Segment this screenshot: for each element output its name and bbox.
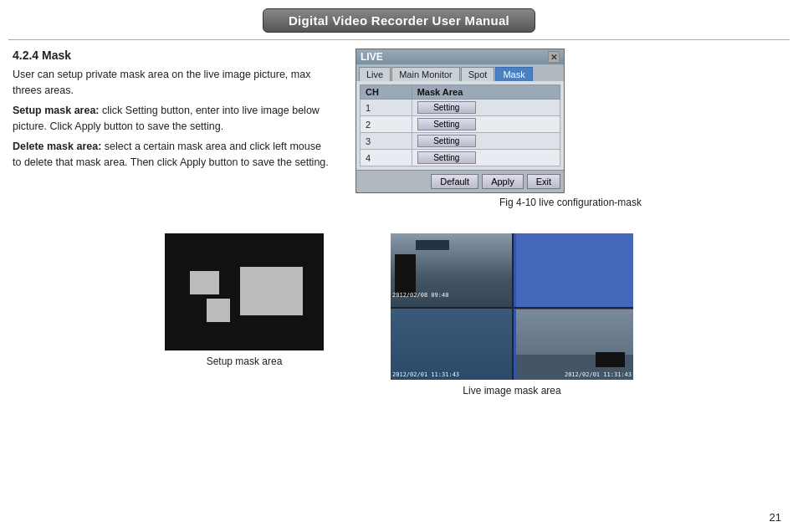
cam-bottom-left-inner: [391, 309, 512, 380]
tab-live[interactable]: Live: [359, 67, 391, 81]
delete-label: Delete mask area:: [13, 141, 101, 152]
timestamp-br: 2012/02/01 11:31:43: [565, 371, 632, 378]
cam-top-right: [516, 233, 633, 307]
table-row: 3 Setting: [361, 133, 560, 150]
timestamp-tl: 2012/02/08 09:40: [392, 292, 448, 299]
setup-label: Setup mask area:: [13, 105, 100, 116]
text-area: 4.2.4 Mask User can setup private mask a…: [13, 49, 330, 208]
setting-button-2[interactable]: Setting: [417, 118, 476, 130]
cam-bottom-right: 2012/02/01 11:31:43: [516, 309, 633, 380]
cam-bottom-left: 2012/02/01 11:31:43: [391, 309, 512, 380]
setup-paragraph: Setup mask area: click Setting button, e…: [13, 103, 330, 136]
setup-mask-container: Setup mask area: [165, 233, 324, 396]
main-content: 4.2.4 Mask User can setup private mask a…: [0, 40, 798, 217]
intro-paragraph: User can setup private mask area on the …: [13, 67, 330, 100]
images-row: Setup mask area 2012/02/08 09:40 2012/02…: [0, 225, 798, 405]
tab-main-monitor[interactable]: Main Monitor: [391, 67, 460, 81]
live-dialog-close-button[interactable]: ✕: [548, 51, 560, 63]
ch-1: 1: [361, 100, 412, 116]
setup-mask-image: [165, 233, 324, 350]
tab-mask[interactable]: Mask: [495, 67, 532, 81]
setting-button-1[interactable]: Setting: [417, 101, 476, 114]
ch-3: 3: [361, 133, 412, 150]
live-dialog-titlebar: LIVE ✕: [356, 49, 564, 64]
live-table-wrapper: CH Mask Area 1 Setting: [360, 84, 560, 166]
setting-button-4[interactable]: Setting: [417, 151, 476, 164]
live-dialog-title: LIVE: [361, 51, 383, 63]
live-mask-image: 2012/02/08 09:40 2012/02/01 11:31:43 201…: [391, 233, 633, 380]
setting-cell-2: Setting: [412, 116, 560, 133]
tab-spot[interactable]: Spot: [461, 67, 495, 81]
mask-rect-3: [240, 267, 303, 315]
live-bottom-bar: Default Apply Exit: [356, 170, 564, 192]
table-row: 2 Setting: [361, 116, 560, 133]
mask-rect-2: [207, 299, 230, 322]
cam-black-mask: [395, 254, 416, 296]
setup-mask-caption: Setup mask area: [207, 356, 283, 367]
mask-table: CH Mask Area 1 Setting: [360, 84, 560, 166]
title-bar: Digital Video Recorder User Manual: [0, 0, 798, 39]
col-header-mask-area: Mask Area: [412, 85, 560, 100]
section-heading: 4.2.4 Mask: [13, 49, 330, 62]
setting-cell-4: Setting: [412, 150, 560, 166]
setting-button-3[interactable]: Setting: [417, 135, 476, 147]
ch-4: 4: [361, 150, 412, 166]
ch-2: 2: [361, 116, 412, 133]
fig-caption: Fig 4-10 live configuration-mask: [356, 197, 785, 208]
timestamp-bl: 2012/02/01 11:31:43: [392, 371, 459, 378]
cam-car: [416, 240, 449, 250]
live-tabs: Live Main Monitor Spot Mask: [356, 64, 564, 81]
live-mask-container: 2012/02/08 09:40 2012/02/01 11:31:43 201…: [391, 233, 633, 396]
page-title: Digital Video Recorder User Manual: [263, 8, 535, 33]
table-row: 4 Setting: [361, 150, 560, 166]
delete-paragraph: Delete mask area: select a certain mask …: [13, 139, 330, 171]
right-area: LIVE ✕ Live Main Monitor Spot Mask CH: [339, 49, 785, 208]
apply-button[interactable]: Apply: [482, 174, 524, 189]
cam-car-br: [596, 352, 625, 367]
exit-button[interactable]: Exit: [527, 174, 560, 189]
live-mask-caption: Live image mask area: [463, 385, 560, 396]
col-header-ch: CH: [361, 85, 412, 100]
cam-top-left: 2012/02/08 09:40: [391, 233, 512, 307]
table-row: 1 Setting: [361, 100, 560, 116]
cam-border-horizontal: [391, 307, 633, 309]
live-dialog: LIVE ✕ Live Main Monitor Spot Mask CH: [356, 49, 565, 193]
mask-rect-1: [190, 271, 219, 294]
default-button[interactable]: Default: [431, 174, 478, 189]
setting-cell-1: Setting: [412, 100, 560, 116]
live-table-area: CH Mask Area 1 Setting: [356, 81, 564, 170]
setting-cell-3: Setting: [412, 133, 560, 150]
page-number: 21: [770, 511, 781, 524]
